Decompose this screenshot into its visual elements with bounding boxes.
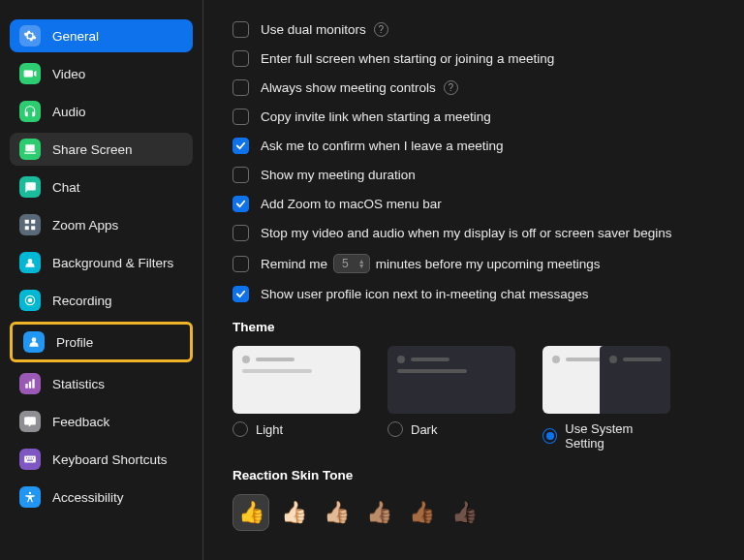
sidebar-item-label: Keyboard Shortcuts	[52, 452, 168, 467]
svg-rect-0	[25, 220, 29, 224]
help-icon[interactable]: ?	[374, 22, 388, 37]
checkbox-confirm[interactable]	[232, 138, 249, 154]
option-label: Show my meeting duration	[261, 168, 416, 182]
radio-light[interactable]	[232, 421, 248, 437]
theme-label: Light	[256, 422, 283, 437]
checkbox-dual[interactable]	[232, 21, 249, 38]
svg-point-7	[32, 337, 37, 342]
sidebar-item-zoom-apps[interactable]: Zoom Apps	[10, 208, 193, 241]
svg-point-4	[28, 259, 33, 264]
general-settings-panel: Use dual monitors?Enter full screen when…	[203, 0, 744, 560]
checkbox-stopvideo[interactable]	[232, 225, 249, 241]
sidebar-item-label: Recording	[52, 294, 112, 308]
checkbox-fullscreen[interactable]	[232, 50, 249, 67]
option-fullscreen: Enter full screen when starting or joini…	[232, 50, 744, 67]
apps-icon	[19, 214, 41, 235]
video-icon	[19, 63, 41, 84]
svg-rect-13	[26, 457, 27, 458]
sidebar-item-label: Chat	[52, 180, 80, 195]
svg-rect-12	[24, 456, 36, 463]
option-dual: Use dual monitors?	[232, 21, 744, 38]
option-label: Remind me	[261, 257, 327, 271]
sidebar-item-label: Profile	[56, 335, 93, 350]
skin-tone-3[interactable]: 👍🏽	[360, 494, 397, 531]
sidebar-item-background[interactable]: Background & Filters	[10, 246, 193, 279]
radio-system[interactable]	[542, 428, 557, 444]
theme-option-light[interactable]: Light	[232, 346, 360, 451]
svg-rect-15	[31, 457, 32, 458]
svg-rect-16	[33, 457, 34, 458]
sidebar-item-label: Statistics	[52, 377, 105, 391]
rec-icon	[19, 290, 41, 311]
option-copylink: Copy invite link when starting a meeting	[232, 109, 744, 125]
svg-rect-10	[32, 379, 34, 388]
radio-dark[interactable]	[388, 421, 403, 437]
option-label: Show user profile icon next to in-meetin…	[261, 287, 588, 301]
option-label: Ask me to confirm when I leave a meeting	[261, 139, 504, 153]
option-controls: Always show meeting controls?	[232, 79, 744, 96]
profile-highlight-box: Profile	[10, 322, 193, 362]
option-label: Stop my video and audio when my display …	[261, 226, 671, 240]
skin-tone-2[interactable]: 👍🏼	[318, 494, 355, 531]
option-label: Always show meeting controls	[261, 80, 436, 95]
feedback-icon	[19, 411, 41, 432]
sidebar-item-share-screen[interactable]: Share Screen	[10, 133, 193, 166]
checkbox-controls[interactable]	[232, 79, 249, 96]
option-label: Enter full screen when starting or joini…	[261, 51, 554, 66]
svg-rect-1	[31, 220, 35, 224]
sidebar-item-chat[interactable]: Chat	[10, 171, 193, 203]
skin-tone-4[interactable]: 👍🏾	[403, 494, 440, 531]
sidebar-item-label: Video	[52, 67, 85, 81]
help-icon[interactable]: ?	[444, 80, 458, 95]
sidebar-item-accessibility[interactable]: Accessibility	[10, 481, 193, 513]
skin-tone-0[interactable]: 👍	[232, 494, 269, 531]
skin-tone-1[interactable]: 👍🏻	[275, 494, 312, 531]
option-show-profile-icon: Show user profile icon next to in-meetin…	[232, 286, 744, 302]
svg-rect-8	[25, 384, 27, 389]
chat-icon	[19, 176, 41, 198]
profile-icon	[23, 331, 45, 353]
checkbox-copylink[interactable]	[232, 109, 249, 125]
theme-thumb-system	[542, 346, 670, 414]
option-menubar: Add Zoom to macOS menu bar	[232, 196, 744, 212]
sidebar-item-keyboard[interactable]: Keyboard Shortcuts	[10, 443, 193, 476]
sidebar-item-profile[interactable]: Profile	[14, 326, 189, 358]
checkbox-remind[interactable]	[232, 256, 249, 272]
sidebar-item-label: Feedback	[52, 415, 109, 429]
sidebar-item-label: General	[52, 29, 99, 44]
stepper-arrows-icon: ▲▼	[358, 259, 365, 268]
option-confirm: Ask me to confirm when I leave a meeting	[232, 138, 744, 154]
skin-tone-5[interactable]: 👍🏿	[446, 494, 482, 531]
option-remind: Remind me 5 ▲▼ minutes before my upcomin…	[232, 254, 744, 273]
sidebar-item-audio[interactable]: Audio	[10, 95, 193, 128]
sidebar-item-video[interactable]: Video	[10, 57, 193, 90]
settings-sidebar: GeneralVideoAudioShare ScreenChatZoom Ap…	[0, 0, 203, 560]
option-label: Copy invite link when starting a meeting	[261, 109, 491, 124]
sidebar-item-statistics[interactable]: Statistics	[10, 367, 193, 400]
svg-rect-14	[28, 457, 29, 458]
theme-option-system[interactable]: Use System Setting	[542, 346, 670, 451]
theme-thumb-dark	[388, 346, 515, 414]
skin-tone-options: 👍👍🏻👍🏼👍🏽👍🏾👍🏿	[232, 494, 744, 531]
sidebar-item-label: Share Screen	[52, 142, 133, 157]
share-icon	[19, 139, 41, 160]
sidebar-item-recording[interactable]: Recording	[10, 284, 193, 317]
theme-option-dark[interactable]: Dark	[388, 346, 515, 451]
sidebar-item-label: Accessibility	[52, 490, 124, 505]
option-label: Add Zoom to macOS menu bar	[261, 197, 442, 211]
checkbox-duration[interactable]	[232, 167, 249, 183]
svg-point-6	[28, 298, 32, 302]
gear-icon	[19, 25, 41, 47]
skin-tone-section-title: Reaction Skin Tone	[232, 468, 744, 482]
svg-rect-3	[31, 226, 35, 230]
sidebar-item-feedback[interactable]: Feedback	[10, 405, 193, 438]
svg-rect-11	[27, 420, 33, 420]
sidebar-item-general[interactable]: General	[10, 19, 193, 52]
keyboard-icon	[19, 449, 41, 470]
checkbox-show-profile-icon[interactable]	[232, 286, 249, 302]
svg-rect-17	[27, 460, 33, 461]
theme-section-title: Theme	[232, 320, 744, 334]
checkbox-menubar[interactable]	[232, 196, 249, 212]
remind-minutes-stepper[interactable]: 5 ▲▼	[333, 254, 370, 273]
svg-rect-9	[29, 382, 31, 389]
